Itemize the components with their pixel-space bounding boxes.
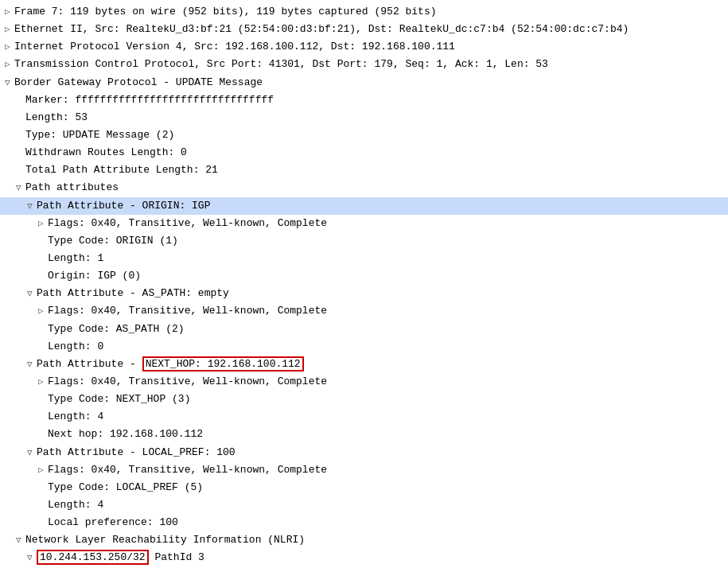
expand-arrow-icon[interactable]: ▷ — [5, 58, 14, 72]
tree-line[interactable]: Next hop: 192.168.100.112 — [0, 426, 728, 443]
tree-line[interactable]: Withdrawn Routes Length: 0 — [0, 144, 728, 161]
tree-line[interactable]: Local preference: 100 — [0, 514, 728, 531]
tree-line[interactable]: Type Code: LOCAL_PREF (5) — [0, 479, 728, 496]
tree-line[interactable]: Type Code: ORIGIN (1) — [0, 232, 728, 250]
tree-line[interactable]: Type Code: AS_PATH (2) — [0, 321, 728, 338]
highlighted-value: NEXT_HOP: 192.168.100.112 — [142, 356, 304, 372]
tree-line[interactable]: ▷Frame 7: 119 bytes on wire (952 bits), … — [0, 3, 728, 21]
tree-line[interactable]: ▽Border Gateway Protocol - UPDATE Messag… — [0, 74, 728, 91]
tree-line[interactable]: ▷Flags: 0x40, Transitive, Well-known, Co… — [0, 461, 728, 479]
tree-line[interactable]: Length: 0 — [0, 338, 728, 356]
expand-arrow-icon[interactable]: ▽ — [16, 181, 25, 195]
expand-arrow-icon[interactable]: ▷ — [5, 41, 14, 54]
tree-line[interactable]: Type: UPDATE Message (2) — [0, 126, 728, 144]
packet-tree: ▷Frame 7: 119 bytes on wire (952 bits), … — [0, 0, 728, 568]
expand-arrow-icon[interactable]: ▽ — [27, 200, 37, 213]
tree-line[interactable]: Type Code: NEXT_HOP (3) — [0, 391, 728, 408]
tree-line[interactable]: ▽10.244.153.250/32 PathId 3 — [0, 549, 728, 566]
tree-line[interactable]: ▽Path Attribute - ORIGIN: IGP — [0, 197, 728, 215]
tree-line[interactable]: Length: 4 — [0, 496, 728, 514]
expand-arrow-icon[interactable]: ▷ — [38, 217, 48, 231]
expand-arrow-icon[interactable]: ▷ — [38, 305, 48, 318]
expand-arrow-icon[interactable]: ▽ — [27, 551, 37, 565]
highlighted-value: 10.244.153.250/32 — [37, 550, 149, 565]
tree-line[interactable]: Total Path Attribute Length: 21 — [0, 161, 728, 179]
tree-line[interactable]: ▽Path attributes — [0, 179, 728, 196]
tree-line[interactable]: ▽Path Attribute - LOCAL_PREF: 100 — [0, 444, 728, 461]
tree-line[interactable]: ▷Ethernet II, Src: RealtekU_d3:bf:21 (52… — [0, 21, 728, 38]
tree-line[interactable]: ▷Flags: 0x40, Transitive, Well-known, Co… — [0, 302, 728, 320]
tree-line[interactable]: Marker: ffffffffffffffffffffffffffffffff — [0, 91, 728, 109]
expand-arrow-icon[interactable]: ▷ — [38, 464, 48, 477]
expand-arrow-icon[interactable]: ▽ — [5, 76, 14, 90]
expand-arrow-icon[interactable]: ▷ — [5, 6, 14, 19]
expand-arrow-icon[interactable]: ▽ — [27, 287, 37, 301]
tree-line[interactable]: Length: 1 — [0, 250, 728, 267]
expand-arrow-icon[interactable]: ▽ — [27, 358, 37, 372]
tree-line[interactable]: ▷Transmission Control Protocol, Src Port… — [0, 56, 728, 73]
tree-line[interactable]: ▽Path Attribute - AS_PATH: empty — [0, 285, 728, 302]
tree-line[interactable]: ▷Flags: 0x40, Transitive, Well-known, Co… — [0, 373, 728, 391]
expand-arrow-icon[interactable]: ▽ — [16, 534, 25, 547]
tree-line[interactable]: Origin: IGP (0) — [0, 267, 728, 285]
expand-arrow-icon[interactable]: ▷ — [38, 375, 48, 389]
expand-arrow-icon[interactable]: ▽ — [27, 446, 37, 460]
tree-line[interactable]: ▽Path Attribute - NEXT_HOP: 192.168.100.… — [0, 356, 728, 373]
expand-arrow-icon[interactable]: ▷ — [5, 23, 14, 37]
tree-line[interactable]: ▷Internet Protocol Version 4, Src: 192.1… — [0, 38, 728, 56]
tree-line[interactable]: Length: 53 — [0, 109, 728, 126]
tree-line[interactable]: Length: 4 — [0, 408, 728, 426]
tree-line[interactable]: ▷Flags: 0x40, Transitive, Well-known, Co… — [0, 215, 728, 232]
tree-line[interactable]: ▽Network Layer Reachability Information … — [0, 531, 728, 549]
